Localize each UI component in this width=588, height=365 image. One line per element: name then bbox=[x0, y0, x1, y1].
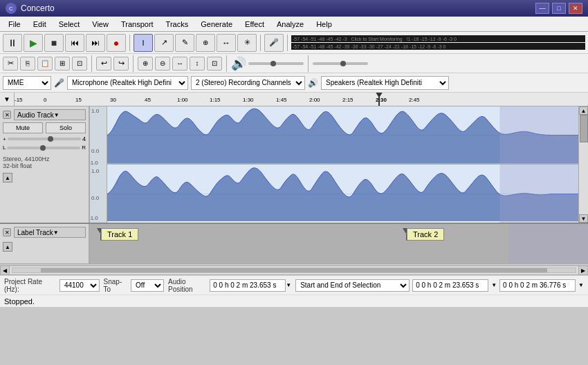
hscroll-thumb[interactable] bbox=[41, 268, 548, 272]
horizontal-scrollbar: ◀ ▶ bbox=[0, 265, 588, 275]
sep6 bbox=[226, 55, 227, 72]
scroll-thumb[interactable] bbox=[580, 115, 588, 142]
sep7 bbox=[308, 55, 309, 72]
redo-button[interactable]: ↪ bbox=[113, 57, 129, 71]
hscroll-left[interactable]: ◀ bbox=[0, 265, 10, 275]
track1-label[interactable]: Track 1 bbox=[101, 228, 138, 241]
select-tool[interactable]: I bbox=[134, 34, 153, 52]
menu-help[interactable]: Help bbox=[311, 19, 338, 30]
scroll-up[interactable]: ▲ bbox=[579, 106, 588, 115]
multi-tool[interactable]: ✳ bbox=[237, 34, 257, 52]
stop-button[interactable]: ■ bbox=[44, 34, 64, 52]
menu-edit[interactable]: Edit bbox=[28, 19, 52, 30]
paste-button[interactable]: 📋 bbox=[37, 57, 53, 71]
app-icon: C bbox=[6, 3, 17, 14]
close-button[interactable]: ✕ bbox=[569, 3, 582, 14]
statusbar: Project Rate (Hz): 44100 Snap-To Off Aud… bbox=[0, 275, 588, 294]
sel-end-arrow[interactable]: ▼ bbox=[578, 282, 584, 288]
cut-button[interactable]: ✂ bbox=[3, 57, 18, 71]
selection-type-select[interactable]: Start and End of Selection bbox=[295, 279, 410, 292]
label-track-close[interactable]: ✕ bbox=[3, 228, 11, 236]
project-rate-group: Project Rate (Hz): 44100 bbox=[4, 278, 100, 293]
collapse-button[interactable]: ▲ bbox=[3, 173, 12, 182]
label-collapse-button[interactable]: ▲ bbox=[3, 242, 12, 252]
vertical-scrollbar[interactable]: ▲ ▼ bbox=[578, 106, 588, 223]
microphone-select[interactable]: Microphone (Realtek High Defini bbox=[67, 76, 188, 90]
vu-scale-2: -57 -54 -51 -48 -45 -42 -39 -36 -33 -30 … bbox=[293, 44, 445, 49]
vu-row1: -57 -54 -51 -48 -45 -42 -3 Click to Star… bbox=[291, 35, 585, 42]
pan-row: L R bbox=[3, 144, 86, 151]
next-button[interactable]: ⏭ bbox=[86, 34, 105, 52]
stopped-bar: Stopped. bbox=[0, 294, 588, 307]
position-down-arrow[interactable]: ▼ bbox=[286, 282, 291, 288]
menu-effect[interactable]: Effect bbox=[239, 19, 270, 30]
ruler-left-arrow[interactable]: ▼ bbox=[0, 93, 14, 106]
copy-button[interactable]: ⎘ bbox=[20, 57, 35, 71]
vu-area: -57 -54 -51 -48 -45 -42 -3 Click to Star… bbox=[291, 35, 585, 50]
label-selection bbox=[508, 224, 588, 263]
scroll-down[interactable]: ▼ bbox=[579, 214, 588, 223]
selection-group: Start and End of Selection 0 0 h 0 2 m 2… bbox=[295, 279, 584, 292]
label-track-title-row: ✕ Label Track ▼ bbox=[3, 227, 86, 238]
draw-tool[interactable]: ✎ bbox=[175, 34, 194, 52]
sel-start-arrow[interactable]: ▼ bbox=[491, 282, 497, 288]
menu-view[interactable]: View bbox=[86, 19, 114, 30]
ruler-mark-12: 2:45 bbox=[409, 97, 420, 103]
zoom-in-button[interactable]: ⊕ bbox=[138, 57, 153, 71]
undo-button[interactable]: ↩ bbox=[96, 57, 111, 71]
channels-select[interactable]: 2 (Stereo) Recording Channels bbox=[191, 76, 305, 90]
gain-value: 4 bbox=[82, 135, 86, 142]
pause-button[interactable]: ⏸ bbox=[3, 34, 22, 52]
snap-to-select[interactable]: Off bbox=[131, 279, 164, 292]
driver-select[interactable]: MME bbox=[3, 76, 51, 90]
mic-button[interactable]: 🎤 bbox=[264, 34, 284, 52]
menu-select[interactable]: Select bbox=[53, 19, 86, 30]
track2-label[interactable]: Track 2 bbox=[407, 228, 444, 241]
zoom-sel-button[interactable]: ⊡ bbox=[207, 57, 222, 71]
zoom-out-button[interactable]: ⊖ bbox=[155, 57, 170, 71]
solo-button[interactable]: Solo bbox=[46, 122, 86, 133]
zoom-tool[interactable]: ⊕ bbox=[196, 34, 215, 52]
speed-slider[interactable] bbox=[313, 62, 368, 65]
fit-h-button[interactable]: ↔ bbox=[172, 57, 187, 71]
play-button[interactable]: ▶ bbox=[24, 34, 43, 52]
time-shift-tool[interactable]: ↔ bbox=[217, 34, 236, 52]
volume-control bbox=[248, 62, 304, 65]
hscroll-track[interactable] bbox=[12, 268, 576, 273]
menu-file[interactable]: File bbox=[3, 19, 26, 30]
minimize-button[interactable]: — bbox=[535, 3, 549, 14]
audio-track: ✕ Audio Track ▼ Mute Solo + 4 L bbox=[0, 106, 588, 224]
pan-slider[interactable] bbox=[7, 147, 80, 149]
trim-button[interactable]: ⊞ bbox=[55, 57, 70, 71]
menu-transport[interactable]: Transport bbox=[116, 19, 159, 30]
project-rate-select[interactable]: 44100 bbox=[59, 279, 100, 292]
menu-analyze[interactable]: Analyze bbox=[271, 19, 309, 30]
edit-toolbar: ✂ ⎘ 📋 ⊞ ⊡ ↩ ↪ ⊕ ⊖ ↔ ↕ ⊡ 🔊 bbox=[0, 54, 588, 73]
project-rate-label: Project Rate (Hz): bbox=[4, 278, 57, 293]
mute-button[interactable]: Mute bbox=[3, 122, 43, 133]
separator bbox=[129, 35, 130, 51]
prev-button[interactable]: ⏮ bbox=[65, 34, 84, 52]
label-track-name[interactable]: Label Track ▼ bbox=[14, 227, 86, 238]
sep5 bbox=[133, 55, 134, 72]
audio-track-close[interactable]: ✕ bbox=[3, 111, 11, 119]
record-button[interactable]: ● bbox=[107, 34, 126, 52]
silence-button[interactable]: ⊡ bbox=[72, 57, 87, 71]
separator2 bbox=[260, 35, 261, 51]
menu-tracks[interactable]: Tracks bbox=[160, 19, 194, 30]
waveform-area[interactable] bbox=[107, 106, 578, 223]
track-info: Stereo, 44100Hz 32-bit float bbox=[3, 156, 86, 169]
envelope-tool[interactable]: ↗ bbox=[154, 34, 174, 52]
gain-slider[interactable] bbox=[8, 138, 81, 140]
speaker-select[interactable]: Speakers (Realtek High Definiti bbox=[321, 76, 449, 90]
volume-slider[interactable] bbox=[248, 62, 304, 65]
label-track-content[interactable]: Track 1 Track 2 bbox=[90, 224, 588, 263]
speaker-icon2: 🔊 bbox=[308, 78, 318, 88]
menu-generate[interactable]: Generate bbox=[195, 19, 238, 30]
hscroll-right[interactable]: ▶ bbox=[578, 265, 588, 275]
ruler-mark-0: -15 bbox=[15, 97, 23, 103]
audio-track-name[interactable]: Audio Track ▼ bbox=[14, 109, 86, 120]
maximize-button[interactable]: □ bbox=[552, 3, 566, 14]
fit-v-button[interactable]: ↕ bbox=[190, 57, 205, 71]
snap-to-group: Snap-To Off bbox=[104, 278, 164, 293]
